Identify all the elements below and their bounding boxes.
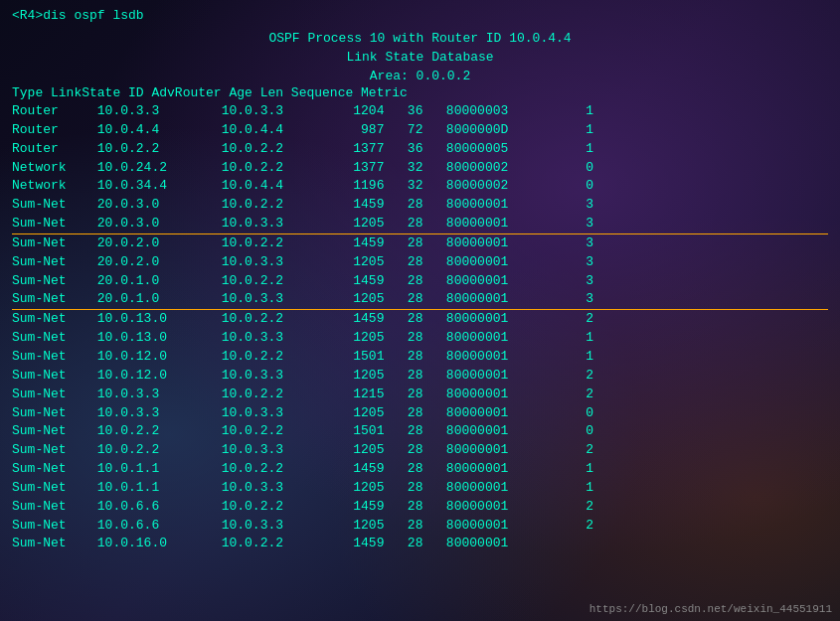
column-header: Type LinkState ID AdvRouter Age Len Sequ… [12,85,828,100]
table-row: Sum-Net 20.0.1.0 10.0.3.3 1205 28 800000… [12,290,828,310]
area-line: Area: 0.0.0.2 [12,69,828,83]
table-row: Sum-Net 10.0.1.1 10.0.2.2 1459 28 800000… [12,460,828,479]
prompt-line: <R4>dis ospf lsdb [12,8,828,23]
header-line1: OSPF Process 10 with Router ID 10.0.4.4 [12,31,828,46]
table-row: Sum-Net 20.0.3.0 10.0.2.2 1459 28 800000… [12,196,828,215]
table-row: Sum-Net 10.0.16.0 10.0.2.2 1459 28 80000… [12,535,828,553]
table-row: Network 10.0.24.2 10.0.2.2 1377 32 80000… [12,159,828,178]
table-row: Sum-Net 10.0.6.6 10.0.3.3 1205 28 800000… [12,517,828,536]
watermark: https://blog.csdn.net/weixin_44551911 [589,603,832,615]
table-row: Sum-Net 20.0.1.0 10.0.2.2 1459 28 800000… [12,272,828,291]
table-row: Sum-Net 20.0.2.0 10.0.2.2 1459 28 800000… [12,234,828,253]
table-row: Sum-Net 10.0.2.2 10.0.3.3 1205 28 800000… [12,441,828,460]
table-row: Sum-Net 20.0.2.0 10.0.3.3 1205 28 800000… [12,253,828,272]
table-row: Network 10.0.34.4 10.0.4.4 1196 32 80000… [12,177,828,196]
table-row: Sum-Net 10.0.2.2 10.0.2.2 1501 28 800000… [12,422,828,441]
table-row: Router 10.0.4.4 10.0.4.4 987 72 8000000D… [12,121,828,140]
table-row: Sum-Net 10.0.13.0 10.0.3.3 1205 28 80000… [12,329,828,348]
table-row: Sum-Net 10.0.13.0 10.0.2.2 1459 28 80000… [12,310,828,329]
table-row: Sum-Net 10.0.3.3 10.0.3.3 1205 28 800000… [12,404,828,423]
header-line2: Link State Database [12,50,828,65]
table-row: Sum-Net 10.0.12.0 10.0.2.2 1501 28 80000… [12,348,828,367]
table-row: Sum-Net 10.0.3.3 10.0.2.2 1215 28 800000… [12,386,828,404]
table-row: Sum-Net 20.0.3.0 10.0.3.3 1205 28 800000… [12,215,828,234]
table-row: Router 10.0.3.3 10.0.3.3 1204 36 8000000… [12,102,828,121]
table-row: Router 10.0.2.2 10.0.2.2 1377 36 8000000… [12,140,828,159]
table-row: Sum-Net 10.0.12.0 10.0.3.3 1205 28 80000… [12,367,828,386]
table-row: Sum-Net 10.0.1.1 10.0.3.3 1205 28 800000… [12,479,828,498]
table-row: Sum-Net 10.0.6.6 10.0.2.2 1459 28 800000… [12,498,828,517]
data-rows-container: Router 10.0.3.3 10.0.3.3 1204 36 8000000… [12,102,828,553]
